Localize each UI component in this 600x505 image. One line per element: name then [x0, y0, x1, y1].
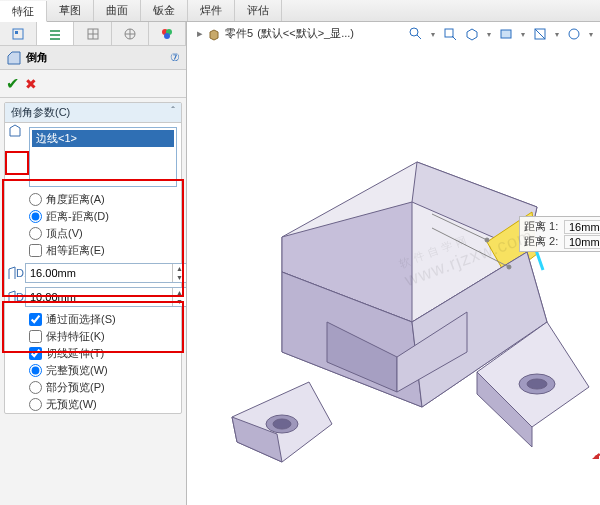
- pm-tab-feature-tree-icon[interactable]: [0, 22, 37, 45]
- tab-evaluate[interactable]: 评估: [235, 0, 282, 21]
- pm-icon-tabs: [0, 22, 186, 46]
- edge-selection-box[interactable]: 边线<1>: [29, 127, 177, 187]
- svg-text:D2: D2: [16, 291, 25, 303]
- d2-spin-up-icon[interactable]: ▲: [173, 288, 186, 297]
- callout-d1-label: 距离 1:: [524, 219, 564, 234]
- svg-point-30: [507, 265, 511, 269]
- callout-d2-label: 距离 2:: [524, 234, 564, 249]
- pm-tab-appearance-icon[interactable]: [149, 22, 186, 45]
- opt-vertex[interactable]: 顶点(V): [5, 225, 181, 242]
- opt-keep-features[interactable]: 保持特征(K): [5, 328, 181, 345]
- pm-ok-cancel: ✔ ✖: [0, 70, 186, 98]
- svg-rect-3: [50, 34, 60, 36]
- dimension-callout[interactable]: 距离 1: 16mm ▲▼ 距离 2: 10mm ▲▼: [519, 216, 600, 252]
- opt-angle-distance[interactable]: 角度距离(A): [5, 191, 181, 208]
- ok-button[interactable]: ✔: [6, 74, 19, 93]
- group-header[interactable]: 倒角参数(C) ˆ: [5, 103, 181, 123]
- distance2-row: D2 ▲▼: [7, 287, 179, 307]
- pm-title-bar: 倒角 ⑦: [0, 46, 186, 70]
- tab-weldments[interactable]: 焊件: [188, 0, 235, 21]
- d2-icon: D2: [7, 289, 25, 305]
- tab-sketch[interactable]: 草图: [47, 0, 94, 21]
- chamfer-params-group: 倒角参数(C) ˆ 边线<1> 角度距离(A) 距离-距离(D) 顶点(V) 相…: [4, 102, 182, 414]
- opt-through-face[interactable]: 通过面选择(S): [5, 311, 181, 328]
- svg-point-26: [273, 419, 291, 429]
- svg-rect-4: [50, 38, 60, 40]
- command-manager-tabs: 特征 草图 曲面 钣金 焊件 评估: [0, 0, 600, 22]
- selection-item[interactable]: 边线<1>: [32, 130, 174, 147]
- svg-text:D1: D1: [16, 267, 25, 279]
- svg-rect-1: [15, 31, 18, 34]
- property-manager: 倒角 ⑦ ✔ ✖ 倒角参数(C) ˆ 边线<1> 角度距离(A) 距离-距离(D…: [0, 22, 187, 505]
- pm-title-text: 倒角: [26, 50, 48, 65]
- distance2-input[interactable]: ▲▼: [25, 287, 186, 307]
- svg-rect-2: [50, 30, 60, 32]
- distance1-field[interactable]: [26, 264, 172, 282]
- edge-select-icon: [5, 123, 25, 191]
- d2-spin-down-icon[interactable]: ▼: [173, 297, 186, 306]
- pm-tab-config-icon[interactable]: [74, 22, 111, 45]
- pm-body: 倒角参数(C) ˆ 边线<1> 角度距离(A) 距离-距离(D) 顶点(V) 相…: [0, 98, 186, 422]
- origin-triad-icon: [591, 419, 600, 459]
- opt-tangent-ext[interactable]: 切线延伸(T): [5, 345, 181, 362]
- tab-sheetmetal[interactable]: 钣金: [141, 0, 188, 21]
- opt-full-preview[interactable]: 完整预览(W): [5, 362, 181, 379]
- tab-features[interactable]: 特征: [0, 1, 47, 22]
- tab-surfaces[interactable]: 曲面: [94, 0, 141, 21]
- d1-icon: D1: [7, 265, 25, 281]
- model-drawing: [187, 22, 600, 505]
- svg-line-24: [536, 250, 543, 270]
- svg-point-13: [164, 33, 170, 39]
- callout-d2-value[interactable]: 10mm: [564, 235, 600, 249]
- opt-no-preview[interactable]: 无预览(W): [5, 396, 181, 413]
- d1-spin-down-icon[interactable]: ▼: [173, 273, 186, 282]
- cancel-button[interactable]: ✖: [25, 76, 37, 92]
- svg-point-29: [485, 238, 489, 242]
- pm-tab-property-icon[interactable]: [37, 22, 74, 45]
- opt-equal-distance[interactable]: 相等距离(E): [5, 242, 181, 259]
- opt-distance-distance[interactable]: 距离-距离(D): [5, 208, 181, 225]
- distance1-row: D1 ▲▼: [7, 263, 179, 283]
- opt-partial-preview[interactable]: 部分预览(P): [5, 379, 181, 396]
- graphics-canvas[interactable]: ▸ 零件5 (默认<<默认>_显...) ▾ ▾ ▾ ▾ ▾: [187, 22, 600, 505]
- svg-point-28: [527, 379, 547, 389]
- distance1-input[interactable]: ▲▼: [25, 263, 186, 283]
- d1-spin-up-icon[interactable]: ▲: [173, 264, 186, 273]
- distance2-field[interactable]: [26, 288, 172, 306]
- help-icon[interactable]: ⑦: [170, 51, 180, 64]
- chamfer-icon: [6, 50, 22, 66]
- pm-tab-dimxpert-icon[interactable]: [112, 22, 149, 45]
- svg-marker-36: [592, 453, 599, 459]
- callout-d1-value[interactable]: 16mm: [564, 220, 600, 234]
